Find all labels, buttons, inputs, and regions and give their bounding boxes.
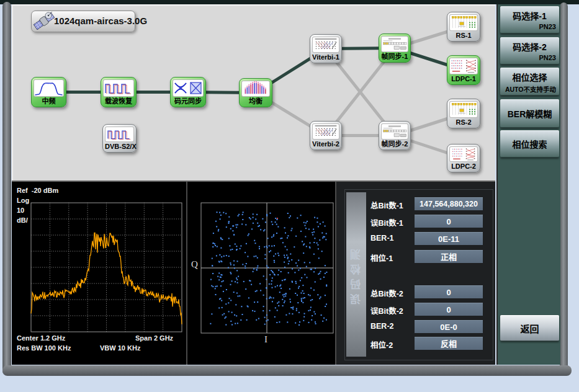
node-dvb-s2x[interactable]: DVB-S2/X: [102, 124, 137, 153]
constellation-dot: [274, 260, 275, 261]
constellation-dot: [285, 295, 286, 296]
constellation-dot: [266, 314, 267, 316]
signal-flowchart-panel: 1024qam-aircas-3.0G 中频载波恢复码元同步均衡DVB-S2/X…: [12, 4, 495, 180]
node-if[interactable]: 中频: [31, 77, 66, 107]
constellation-dot: [287, 258, 289, 259]
constellation-dot: [259, 246, 260, 247]
constellation-dot: [220, 247, 222, 249]
constellation-dot: [297, 218, 298, 219]
constellation-dot: [236, 249, 237, 251]
node-viterbi-1[interactable]: Viterbi-1: [310, 34, 342, 63]
constellation-dot: [300, 280, 301, 281]
node-viterbi-2[interactable]: Viterbi-2: [310, 121, 342, 150]
node-label: RS-2: [449, 118, 478, 128]
signal-title-button[interactable]: 1024qam-aircas-3.0G: [31, 11, 135, 32]
constellation-dot: [321, 314, 322, 316]
ber-label-总Bit数-2: 总Bit数-2: [370, 287, 415, 299]
constellation-dot: [215, 294, 217, 295]
constellation-dot: [287, 257, 289, 258]
constellation-dot: [230, 262, 231, 264]
constellation-dot: [284, 302, 285, 303]
constellation-dot: [257, 223, 258, 224]
constellation-dot: [228, 223, 230, 224]
constellation-dot: [235, 225, 236, 226]
constellation-dot: [325, 226, 326, 227]
constellation-dot: [241, 223, 243, 225]
constellation-dot: [309, 262, 310, 263]
constellation-dot: [271, 283, 272, 285]
constellation-dot: [265, 221, 266, 223]
constellation-dot: [230, 284, 231, 285]
button-label: 相位选择: [500, 71, 559, 83]
constellation-dot: [313, 290, 315, 291]
constellation-dot: [279, 292, 281, 293]
constellation-dot: [296, 310, 297, 311]
constellation-dot: [305, 222, 307, 223]
back-button[interactable]: 返回: [500, 315, 559, 341]
phase-search-button[interactable]: 相位搜索: [500, 130, 559, 158]
node-label: 载波恢复: [103, 97, 134, 107]
constellation-dot: [310, 243, 311, 244]
constellation-dot: [271, 246, 272, 247]
phase-select-button[interactable]: 相位选择AUTO不支持手动: [500, 68, 559, 96]
constellation-dot: [318, 274, 319, 275]
constellation-dot: [304, 313, 305, 314]
constellation-dot: [249, 280, 250, 281]
constellation-dot: [242, 264, 243, 265]
constellation-dot: [248, 233, 249, 234]
constellation-dot: [211, 285, 212, 287]
node-equalizer[interactable]: 均衡: [239, 78, 272, 107]
constellation-dot: [219, 262, 220, 263]
constellation-dot: [272, 301, 273, 302]
button-value: AUTO不支持手动: [500, 84, 559, 94]
ber-section-title: 误码检测: [346, 192, 366, 357]
constellation-dot: [302, 285, 303, 286]
ber-deambiguity-button[interactable]: BER解模糊: [500, 99, 559, 128]
constellation-dot: [263, 310, 264, 311]
bandpass-icon: [34, 79, 64, 97]
code-select-2-button[interactable]: 码选择-2PN23: [500, 37, 559, 65]
constellation-dot: [300, 215, 302, 216]
constellation-dot: [223, 313, 225, 314]
node-carrier-recovery[interactable]: 载波恢复: [101, 77, 137, 107]
constellation-dot: [298, 312, 300, 313]
constellation-dot: [263, 275, 264, 277]
ldpc-icon: [449, 58, 478, 74]
constellation-dot: [270, 213, 271, 214]
node-ldpc-2[interactable]: LDPC-2: [447, 144, 480, 172]
constellation-dot: [298, 324, 300, 326]
constellation-dot: [292, 228, 293, 229]
sidebar: 码选择-1PN23码选择-2PN23相位选择AUTO不支持手动BER解模糊相位搜…: [496, 4, 560, 365]
constellation-dot: [316, 218, 318, 219]
constellation-dot: [320, 296, 321, 298]
node-symbol-sync[interactable]: 码元同步: [170, 77, 206, 107]
constellation-dot: [226, 289, 227, 290]
constellation-dot: [279, 285, 281, 287]
ber-label-总Bit数-1: 总Bit数-1: [370, 199, 415, 211]
bars-icon: [241, 81, 270, 97]
node-frame-sync-2[interactable]: 帧同步-2: [379, 121, 411, 150]
constellation-dot: [303, 222, 305, 223]
constellation-dot: [222, 281, 223, 282]
code-select-1-button[interactable]: 码选择-1PN23: [500, 6, 559, 33]
node-rs-1[interactable]: RS-1: [447, 12, 480, 42]
constellation-dot: [298, 270, 299, 271]
constellation-dot: [231, 312, 233, 313]
constellation-dot: [313, 242, 315, 243]
constellation-dot: [245, 288, 246, 290]
node-frame-sync-1[interactable]: 帧同步-1: [379, 33, 411, 63]
constellation-dot: [210, 323, 211, 324]
constellation-dot: [225, 316, 227, 318]
node-rs-2[interactable]: RS-2: [447, 99, 480, 128]
constellation-dot: [267, 267, 269, 268]
constellation-dot: [290, 301, 291, 303]
node-label: RS-1: [449, 31, 478, 41]
node-ldpc-1[interactable]: LDPC-1: [447, 55, 480, 85]
constellation-dot: [306, 266, 307, 267]
constellation-dot: [256, 214, 258, 215]
constellation-dot: [276, 233, 277, 234]
constellation-dot: [318, 226, 319, 227]
constellation-dot: [221, 256, 222, 257]
constellation-dot: [264, 324, 266, 325]
constellation-dot: [235, 244, 236, 245]
